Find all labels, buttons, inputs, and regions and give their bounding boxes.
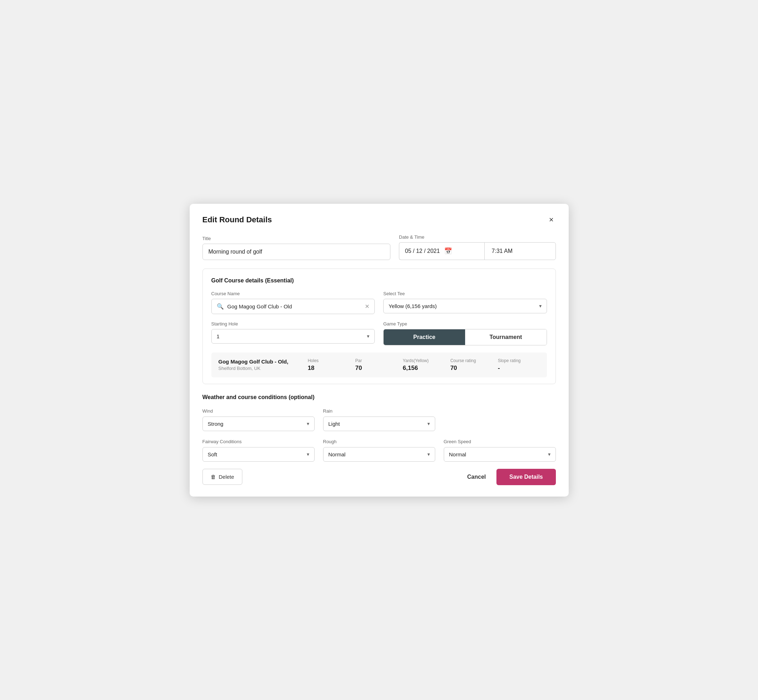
stat-slope-rating-value: - <box>498 364 540 372</box>
rain-label: Rain <box>323 408 333 414</box>
fairway-field: Fairway Conditions Soft ▾ <box>202 438 315 462</box>
rain-field: Rain Light ▾ <box>323 408 435 431</box>
stat-course-rating: Course rating 70 <box>445 358 492 372</box>
hole-gametype-row: Starting Hole 1 ▾ Game Type Practice Tou… <box>211 321 547 345</box>
rain-dropdown[interactable]: Light ▾ <box>323 417 435 431</box>
stat-par-value: 70 <box>355 364 397 372</box>
green-speed-dropdown[interactable]: Normal ▾ <box>444 447 556 462</box>
time-input[interactable]: 7:31 AM <box>484 242 556 260</box>
date-input[interactable]: 05 / 12 / 2021 📅 <box>399 242 484 260</box>
course-info-name-text: Gog Magog Golf Club - Old, <box>219 359 302 364</box>
chevron-down-icon: ▾ <box>307 452 309 457</box>
clear-icon[interactable]: ✕ <box>365 303 370 310</box>
game-type-toggle: Practice Tournament <box>383 329 547 345</box>
stat-course-rating-label: Course rating <box>450 358 492 363</box>
date-value: 05 / 12 / 2021 <box>405 248 440 254</box>
wind-field: Wind Strong ▾ <box>202 408 315 431</box>
chevron-down-icon: ▾ <box>428 421 430 427</box>
datetime-row: 05 / 12 / 2021 📅 7:31 AM <box>399 242 556 260</box>
datetime-field-group: Date & Time 05 / 12 / 2021 📅 7:31 AM <box>399 234 556 260</box>
stat-yards-value: 6,156 <box>403 364 445 372</box>
green-speed-field: Green Speed Normal ▾ <box>444 438 556 462</box>
rain-value: Light <box>329 421 340 427</box>
cancel-button[interactable]: Cancel <box>464 469 489 485</box>
select-tee-group: Select Tee Yellow (6,156 yards) ▾ <box>383 291 547 314</box>
datetime-label: Date & Time <box>399 234 556 240</box>
footer-right: Cancel Save Details <box>464 469 556 485</box>
delete-label: Delete <box>219 474 234 480</box>
golf-course-section-title: Golf Course details (Essential) <box>211 277 547 284</box>
top-fields-row: Title Date & Time 05 / 12 / 2021 📅 7:31 … <box>202 234 556 260</box>
delete-button[interactable]: 🗑 Delete <box>202 469 242 485</box>
course-name-label: Course Name <box>211 291 375 296</box>
rough-value: Normal <box>329 452 346 458</box>
modal-header: Edit Round Details × <box>202 215 556 225</box>
stat-yards: Yards(Yellow) 6,156 <box>397 358 445 372</box>
wind-value: Strong <box>208 421 224 427</box>
starting-hole-group: Starting Hole 1 ▾ <box>211 321 375 345</box>
stat-slope-rating: Slope rating - <box>492 358 540 372</box>
stat-holes-label: Holes <box>308 358 350 363</box>
trash-icon: 🗑 <box>211 474 216 480</box>
practice-button[interactable]: Practice <box>384 330 465 345</box>
course-search-input[interactable] <box>227 303 362 309</box>
stat-slope-rating-label: Slope rating <box>498 358 540 363</box>
rough-label: Rough <box>323 439 337 444</box>
course-name-input[interactable]: 🔍 ✕ <box>211 299 375 314</box>
search-icon: 🔍 <box>217 303 224 310</box>
select-tee-value: Yellow (6,156 yards) <box>388 303 437 309</box>
modal-title: Edit Round Details <box>202 215 272 225</box>
wind-label: Wind <box>202 408 213 414</box>
game-type-label: Game Type <box>383 321 547 327</box>
chevron-down-icon: ▾ <box>548 452 551 457</box>
fairway-dropdown[interactable]: Soft ▾ <box>202 447 315 462</box>
wind-dropdown[interactable]: Strong ▾ <box>202 417 315 431</box>
starting-hole-label: Starting Hole <box>211 321 375 327</box>
save-button[interactable]: Save Details <box>496 469 556 485</box>
close-button[interactable]: × <box>547 215 556 225</box>
title-field-group: Title <box>202 236 391 260</box>
course-info-name: Gog Magog Golf Club - Old, Shelford Bott… <box>219 359 302 371</box>
rough-dropdown[interactable]: Normal ▾ <box>323 447 435 462</box>
calendar-icon: 📅 <box>444 247 452 255</box>
fairway-rough-green-row: Fairway Conditions Soft ▾ Rough Normal ▾… <box>202 438 556 462</box>
weather-section-title: Weather and course conditions (optional) <box>202 394 556 400</box>
tournament-button[interactable]: Tournament <box>465 330 547 345</box>
starting-hole-dropdown[interactable]: 1 ▾ <box>211 329 375 344</box>
stat-yards-label: Yards(Yellow) <box>403 358 445 363</box>
fairway-value: Soft <box>208 452 218 458</box>
chevron-down-icon: ▾ <box>539 303 542 309</box>
game-type-group: Game Type Practice Tournament <box>383 321 547 345</box>
course-info-location: Shelford Bottom, UK <box>219 366 302 371</box>
green-speed-label: Green Speed <box>444 439 471 444</box>
footer-row: 🗑 Delete Cancel Save Details <box>202 469 556 485</box>
stat-course-rating-value: 70 <box>450 364 492 372</box>
time-value: 7:31 AM <box>492 248 513 254</box>
course-name-group: Course Name 🔍 ✕ <box>211 291 375 314</box>
fairway-label: Fairway Conditions <box>202 439 242 444</box>
green-speed-value: Normal <box>449 452 466 458</box>
edit-round-modal: Edit Round Details × Title Date & Time 0… <box>190 204 568 497</box>
chevron-down-icon: ▾ <box>367 333 370 339</box>
golf-course-section: Golf Course details (Essential) Course N… <box>202 269 556 384</box>
starting-hole-value: 1 <box>217 333 219 339</box>
rough-field: Rough Normal ▾ <box>323 438 435 462</box>
stat-holes: Holes 18 <box>302 358 350 372</box>
select-tee-dropdown[interactable]: Yellow (6,156 yards) ▾ <box>383 299 547 313</box>
stat-par-label: Par <box>355 358 397 363</box>
chevron-down-icon: ▾ <box>307 421 309 427</box>
title-label: Title <box>202 236 391 241</box>
course-tee-row: Course Name 🔍 ✕ Select Tee Yellow (6,156… <box>211 291 547 314</box>
select-tee-label: Select Tee <box>383 291 547 296</box>
course-info-box: Gog Magog Golf Club - Old, Shelford Bott… <box>211 353 547 377</box>
weather-section: Weather and course conditions (optional)… <box>202 394 556 462</box>
chevron-down-icon: ▾ <box>428 452 430 457</box>
wind-rain-row: Wind Strong ▾ Rain Light ▾ <box>202 408 556 431</box>
stat-par: Par 70 <box>349 358 397 372</box>
title-input[interactable] <box>202 244 391 260</box>
stat-holes-value: 18 <box>308 364 350 372</box>
